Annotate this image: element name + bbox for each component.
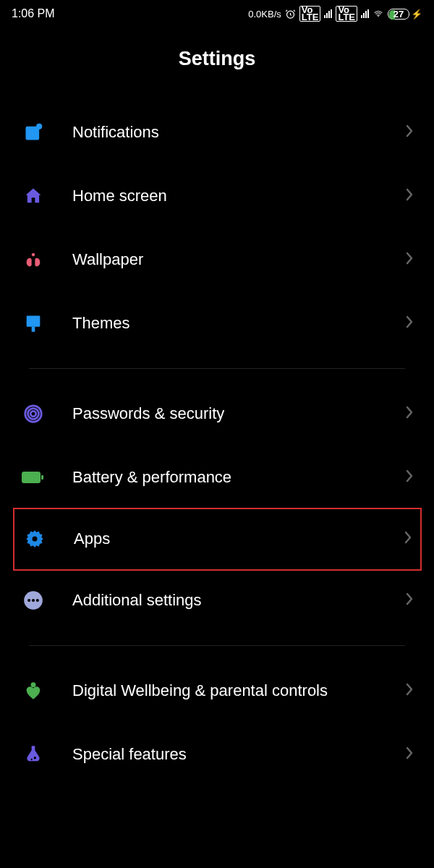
settings-item-label: Wallpaper — [72, 250, 405, 271]
settings-item-home-screen[interactable]: Home screen — [14, 164, 420, 228]
svg-point-10 — [33, 537, 38, 542]
heart-icon — [20, 678, 46, 704]
svg-point-17 — [31, 759, 33, 760]
settings-item-battery-performance[interactable]: Battery & performance — [14, 446, 420, 509]
settings-item-label: Additional settings — [72, 590, 405, 611]
chevron-right-icon — [405, 251, 414, 268]
settings-item-label: Themes — [72, 313, 405, 334]
chevron-right-icon — [405, 405, 414, 422]
settings-item-label: Digital Wellbeing & parental controls — [72, 681, 405, 702]
gear-icon — [22, 526, 48, 552]
settings-item-digital-wellbeing[interactable]: Digital Wellbeing & parental controls — [14, 659, 420, 723]
chevron-right-icon — [405, 592, 414, 609]
alarm-icon — [285, 9, 296, 20]
settings-item-label: Passwords & security — [72, 404, 405, 425]
fingerprint-icon — [20, 401, 46, 427]
chevron-right-icon — [405, 746, 414, 763]
page-title: Settings — [0, 27, 434, 101]
settings-list: NotificationsHome screenWallpaperThemesP… — [0, 101, 434, 786]
divider — [29, 368, 405, 369]
settings-item-apps[interactable]: Apps — [13, 508, 422, 571]
signal-icon-1 — [324, 9, 332, 18]
divider — [29, 645, 405, 646]
chevron-right-icon — [405, 187, 414, 205]
svg-point-2 — [36, 124, 42, 129]
chevron-right-icon — [404, 530, 412, 548]
notifications-icon — [20, 119, 46, 145]
settings-item-label: Battery & performance — [72, 467, 405, 488]
battery-icon: 27 ⚡ — [388, 9, 422, 20]
status-right: 0.0KB/s VoLTE VoLTE 27 ⚡ — [248, 6, 422, 22]
settings-item-label: Notifications — [72, 122, 405, 143]
settings-item-additional-settings[interactable]: Additional settings — [14, 569, 420, 632]
battery-icon — [20, 464, 46, 490]
chevron-right-icon — [405, 469, 414, 486]
svg-rect-4 — [32, 327, 35, 332]
wifi-icon — [373, 9, 384, 19]
svg-point-14 — [36, 599, 39, 602]
svg-rect-3 — [27, 316, 41, 327]
volte-icon-1: VoLTE — [299, 6, 321, 22]
dots-icon — [20, 587, 46, 613]
svg-point-15 — [31, 682, 36, 687]
settings-item-special-features[interactable]: Special features — [14, 723, 420, 786]
settings-item-label: Special features — [72, 744, 405, 765]
svg-point-5 — [30, 411, 36, 417]
themes-icon — [20, 310, 46, 336]
home-icon — [20, 183, 46, 209]
chevron-right-icon — [405, 682, 414, 699]
wallpaper-icon — [20, 247, 46, 273]
signal-icon-2 — [361, 9, 369, 18]
status-time: 1:06 PM — [12, 7, 55, 20]
flask-icon — [20, 741, 46, 767]
settings-item-wallpaper[interactable]: Wallpaper — [14, 228, 420, 292]
svg-point-12 — [27, 599, 30, 602]
network-speed: 0.0KB/s — [248, 9, 281, 20]
svg-rect-8 — [22, 472, 41, 483]
settings-item-notifications[interactable]: Notifications — [14, 101, 420, 164]
settings-item-passwords-security[interactable]: Passwords & security — [14, 382, 420, 446]
svg-rect-9 — [41, 475, 43, 480]
volte-icon-2: VoLTE — [336, 6, 357, 22]
charging-icon: ⚡ — [411, 9, 422, 20]
settings-item-label: Apps — [74, 529, 404, 550]
chevron-right-icon — [405, 315, 414, 332]
settings-item-label: Home screen — [72, 186, 405, 207]
svg-point-6 — [28, 409, 39, 420]
settings-item-themes[interactable]: Themes — [14, 292, 420, 355]
chevron-right-icon — [405, 124, 414, 141]
svg-point-16 — [34, 757, 37, 760]
status-bar: 1:06 PM 0.0KB/s VoLTE VoLTE 27 ⚡ — [0, 0, 434, 27]
svg-point-13 — [32, 599, 35, 602]
